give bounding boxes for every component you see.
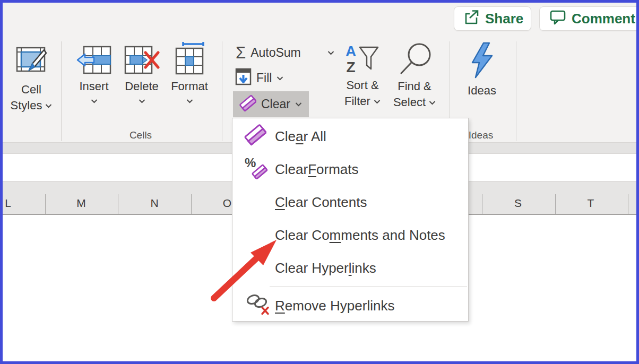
fill-down-icon [235,67,252,89]
chevron-down-icon [45,103,52,108]
insert-cells-icon [76,45,112,79]
column-divider [191,194,192,214]
chevron-down-icon [91,99,98,103]
group-separator [61,41,62,141]
menu-item-clear-formats[interactable]: % Clear Formats [232,153,468,186]
chevron-down-icon [186,99,193,103]
chevron-down-icon [295,102,302,107]
svg-text:Z: Z [346,59,355,74]
menu-item-text: inks [352,260,376,276]
menu-item-text: Clear [275,161,308,178]
ideas-group-label: Ideas [469,129,493,141]
eraser-icon [244,124,266,150]
share-label: Share [485,11,523,27]
delete-label: Delete [125,79,159,94]
delete-cells-icon [124,45,160,79]
delete-button[interactable]: Delete [121,45,162,103]
autosum-label: AutoSum [251,46,301,60]
cells-group-label: Cells [129,129,152,141]
find-select-label-line1: Find & [398,79,431,94]
chevron-down-icon [277,76,283,81]
menu-item-accelerator: m [330,227,341,244]
menu-item-text: ments and Notes [341,227,445,244]
share-icon [464,9,480,29]
fill-label: Fill [256,71,272,85]
cell-styles-icon [14,44,48,82]
column-divider [555,194,556,214]
insert-button[interactable]: Insert [74,45,114,103]
menu-item-accelerator: a [296,128,303,145]
menu-item-text: r All [303,128,326,145]
menu-item-clear-all[interactable]: Clear All [232,120,468,153]
magnifier-icon [397,42,432,79]
comment-icon [549,9,566,29]
column-divider [628,194,628,214]
autosum-button[interactable]: Σ AutoSum [236,44,334,62]
chevron-down-icon [429,100,436,105]
sort-filter-label-line1: Sort & [346,77,378,93]
ideas-button[interactable]: Ideas [462,41,502,99]
find-select-button[interactable]: Find & Select [390,42,439,110]
cell-styles-label-line1: Cell [21,82,41,98]
clear-label: Clear [261,97,290,111]
column-header-O[interactable]: O [223,197,231,210]
share-button[interactable]: Share [454,6,531,31]
format-button[interactable]: Format [168,41,211,103]
chevron-down-icon [374,99,381,104]
comment-label: Comment [572,11,635,27]
menu-item-text: lear Contents [285,194,367,211]
sort-filter-button[interactable]: A Z Sort & Filter [338,42,387,109]
menu-item-accelerator: F [308,161,316,178]
svg-text:A: A [346,43,356,59]
find-select-label-line2: Select [393,94,426,110]
red-annotation-arrow [202,227,292,309]
column-divider [45,194,46,214]
format-cells-icon [172,41,206,79]
percent-eraser-icon: % [244,156,267,183]
ideas-label: Ideas [468,83,496,99]
menu-item-text: Cle [275,128,296,145]
lightning-icon [468,41,496,83]
sort-filter-icon: A Z [345,42,380,77]
cell-styles-label-line2: Styles [11,98,42,114]
column-header-S[interactable]: S [514,197,522,210]
format-label: Format [171,79,208,94]
excel-screenshot: Cell Styles Insert [0,0,639,364]
svg-text:%: % [245,156,256,170]
menu-item-clear-contents[interactable]: Clear Contents [232,186,468,219]
fill-button[interactable]: Fill [235,68,283,88]
column-header-M[interactable]: M [76,197,86,210]
insert-label: Insert [79,79,108,94]
group-separator [222,41,222,141]
cell-styles-button[interactable]: Cell Styles [3,44,59,114]
chevron-down-icon [327,50,334,55]
column-header-L[interactable]: L [5,197,11,210]
column-divider [482,194,482,214]
sort-filter-label-line2: Filter [344,93,370,109]
menu-item-text: emove Hyperlinks [285,298,395,314]
column-header-N[interactable]: N [150,197,158,210]
menu-separator [270,287,467,287]
comment-button[interactable]: Comment [539,6,639,31]
sigma-icon: Σ [236,45,246,61]
menu-item-text: ormats [316,161,358,178]
menu-item-accelerator: C [275,194,285,211]
group-separator [516,41,516,141]
eraser-icon [239,94,256,115]
column-divider [118,194,118,214]
chevron-down-icon [139,99,145,103]
clear-button[interactable]: Clear [233,91,309,117]
column-header-T[interactable]: T [588,197,594,210]
